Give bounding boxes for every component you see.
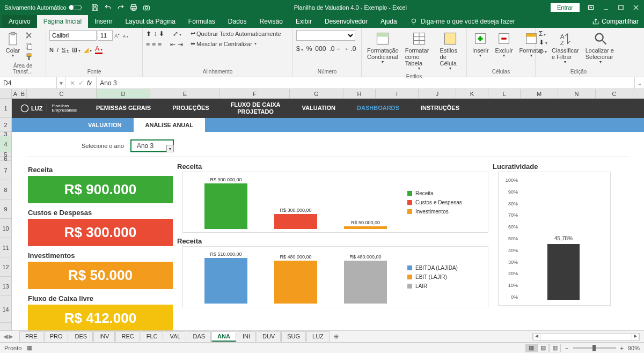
close-icon[interactable] — [632, 4, 640, 11]
sheet-tab-LUZ[interactable]: LUZ — [306, 331, 330, 342]
decrease-font-icon[interactable]: A▾ — [122, 32, 130, 39]
insert-cells-button[interactable]: Inserir▾ — [470, 30, 491, 60]
page-layout-view-button[interactable]: ▤ — [537, 344, 549, 352]
dash-nav-instruções[interactable]: INSTRUÇÕES — [410, 105, 470, 112]
add-sheet-button[interactable]: ⊕ — [330, 333, 343, 340]
row-header-3[interactable]: 3 — [0, 132, 11, 136]
profit-chart[interactable]: 100%90%80%70%60%50%40%30%20%10%0% 45,78% — [498, 172, 611, 306]
col-header-J[interactable]: J — [419, 89, 456, 98]
dash-nav-projeções[interactable]: PROJEÇÕES — [162, 105, 219, 112]
sheet-tab-ANA[interactable]: ANA — [211, 331, 236, 342]
sheet-tab-DES[interactable]: DES — [69, 331, 93, 342]
copy-icon[interactable] — [25, 42, 33, 50]
row-header-13[interactable]: 13 — [0, 277, 11, 296]
bold-button[interactable]: N — [49, 47, 54, 53]
row-header-14[interactable]: 14 — [0, 296, 11, 323]
col-header-E[interactable]: E — [150, 89, 220, 98]
align-left-icon[interactable]: ≡ — [146, 41, 150, 48]
merge-center-button[interactable]: ⬌ Mesclar e Centralizar — [191, 40, 281, 47]
tab-layout[interactable]: Layout da Página — [119, 15, 181, 28]
formula-input[interactable]: Ano 3 — [97, 77, 634, 88]
row-header-12[interactable]: 12 — [0, 257, 11, 277]
year-dropdown-icon[interactable]: ▾ — [166, 145, 174, 152]
normal-view-button[interactable]: ▦ — [525, 344, 537, 352]
worksheet[interactable]: LUZ PlanilhasEmpresariais PEMISSAS GERAI… — [12, 99, 644, 330]
col-header-C[interactable]: C — [27, 89, 97, 98]
col-header-B[interactable]: B — [19, 89, 27, 98]
tab-ajuda[interactable]: Ajuda — [374, 15, 404, 28]
row-header-6[interactable]: 6 — [0, 157, 11, 161]
sheet-tab-VAL[interactable]: VAL — [164, 331, 186, 342]
macro-record-icon[interactable]: ▦ — [27, 344, 32, 351]
tab-inserir[interactable]: Inserir — [88, 15, 119, 28]
decrease-decimal-icon[interactable]: ←.0 — [344, 45, 356, 53]
zoom-slider[interactable] — [573, 347, 616, 349]
align-right-icon[interactable]: ≡ — [158, 41, 162, 48]
tab-dados[interactable]: Dados — [222, 15, 253, 28]
conditional-formatting-button[interactable]: Formatação Condicional▾ — [365, 30, 401, 66]
row-header-7[interactable]: 7 — [0, 161, 11, 180]
format-painter-icon[interactable] — [25, 53, 33, 61]
dash-nav-fluxo-de-caixa-projetado[interactable]: FLUXO DE CAIXAPROJETADO — [220, 101, 291, 115]
comma-button[interactable]: 000 — [315, 45, 326, 53]
minimize-icon[interactable] — [602, 4, 610, 11]
font-name-select[interactable] — [49, 30, 97, 41]
chart1[interactable]: R$ 900.000,00R$ 300.000,00R$ 50.000,00 R… — [182, 172, 488, 233]
horizontal-scrollbar[interactable]: ◀▶ — [532, 333, 640, 341]
expand-formula-bar[interactable]: ⌄ — [634, 77, 644, 88]
zoom-in-button[interactable]: + — [620, 345, 624, 351]
percent-button[interactable]: % — [306, 45, 312, 53]
wrap-text-button[interactable]: ↩ Quebrar Texto Automaticamente — [191, 30, 281, 37]
zoom-level[interactable]: 90% — [628, 345, 640, 351]
dash-nav-dashboards[interactable]: DASHBOARDS — [346, 105, 410, 112]
row-header-10[interactable]: 10 — [0, 219, 11, 238]
autosum-button[interactable]: Σ — [539, 30, 547, 38]
subnav-valuation[interactable]: VALUATION — [76, 118, 134, 132]
number-format-select[interactable] — [296, 30, 355, 41]
dash-nav-pemissas-gerais[interactable]: PEMISSAS GERAIS — [85, 105, 162, 112]
cell-styles-button[interactable]: Estilos de Célula▾ — [438, 30, 463, 72]
tab-scroll-right[interactable]: ▶ — [9, 333, 13, 340]
print-icon[interactable] — [130, 4, 137, 11]
sheet-tab-REC[interactable]: REC — [115, 331, 140, 342]
col-header-G[interactable]: G — [290, 89, 343, 98]
save-icon[interactable] — [91, 4, 99, 11]
tab-formulas[interactable]: Fórmulas — [182, 15, 222, 28]
delete-cells-button[interactable]: Excluir▾ — [493, 30, 515, 60]
fill-button[interactable]: ⬇ — [539, 39, 547, 46]
chart2[interactable]: R$ 510.000,00R$ 480.000,00R$ 480.000,00 … — [182, 246, 488, 307]
orientation-icon[interactable]: ⤢ — [173, 30, 181, 38]
tab-exibir[interactable]: Exibir — [289, 15, 318, 28]
name-box[interactable]: D4 — [0, 77, 57, 88]
col-header-L[interactable]: L — [488, 89, 521, 98]
increase-font-icon[interactable]: A▴ — [114, 32, 121, 39]
border-button[interactable]: ⊞ — [72, 46, 80, 54]
dash-nav-valuation[interactable]: VALUATION — [291, 105, 347, 112]
align-top-icon[interactable]: ⬆ — [146, 30, 151, 38]
page-break-view-button[interactable]: ▥ — [549, 344, 561, 352]
row-header-8[interactable]: 8 — [0, 180, 11, 200]
fx-icon[interactable]: fx — [87, 79, 92, 87]
year-select[interactable]: Ano 3 ▾ — [130, 139, 174, 152]
col-header-H[interactable]: H — [343, 89, 376, 98]
sheet-tab-PRE[interactable]: PRE — [19, 331, 43, 342]
align-center-icon[interactable]: ≡ — [152, 41, 156, 48]
col-header-M[interactable]: M — [521, 89, 558, 98]
tab-scroll-left[interactable]: ◀ — [3, 333, 8, 340]
tab-pagina-inicial[interactable]: Página Inicial — [37, 15, 88, 28]
col-header-D[interactable]: D — [97, 89, 150, 98]
decrease-indent-icon[interactable]: ⇤ — [170, 41, 175, 48]
format-as-table-button[interactable]: Formatar como Tabela▾ — [403, 30, 436, 72]
row-header-2[interactable]: 2 — [0, 118, 11, 132]
increase-indent-icon[interactable]: ⇥ — [178, 41, 183, 48]
font-color-button[interactable]: A — [95, 45, 103, 54]
sheet-tab-SUG[interactable]: SUG — [281, 331, 306, 342]
underline-button[interactable]: S — [62, 47, 69, 53]
sheet-tab-DAS[interactable]: DAS — [187, 331, 211, 342]
sheet-tab-PRO[interactable]: PRO — [44, 331, 69, 342]
ribbon-options-icon[interactable] — [587, 4, 595, 11]
enter-formula-icon[interactable]: ✓ — [78, 79, 84, 87]
subnav-análise-anual[interactable]: ANÁLISE ANUAL — [134, 118, 205, 132]
italic-button[interactable]: I — [57, 47, 58, 53]
fill-color-button[interactable]: ◢ — [84, 46, 92, 54]
